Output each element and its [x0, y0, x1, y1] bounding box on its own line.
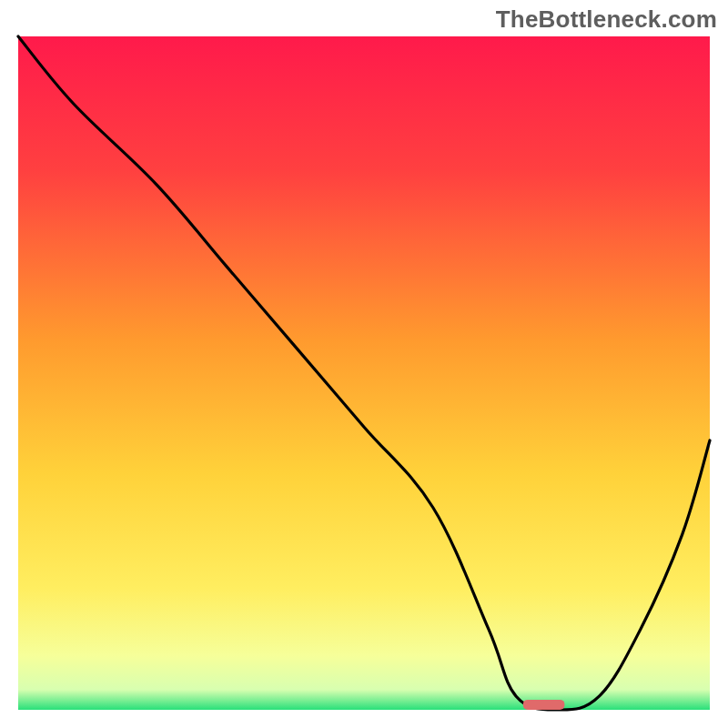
chart-stage: TheBottleneck.com: [0, 0, 728, 728]
chart-svg: [0, 0, 728, 728]
chart-background: [18, 36, 710, 710]
watermark-text: TheBottleneck.com: [496, 5, 717, 34]
chart-optimal-marker: [523, 700, 565, 710]
